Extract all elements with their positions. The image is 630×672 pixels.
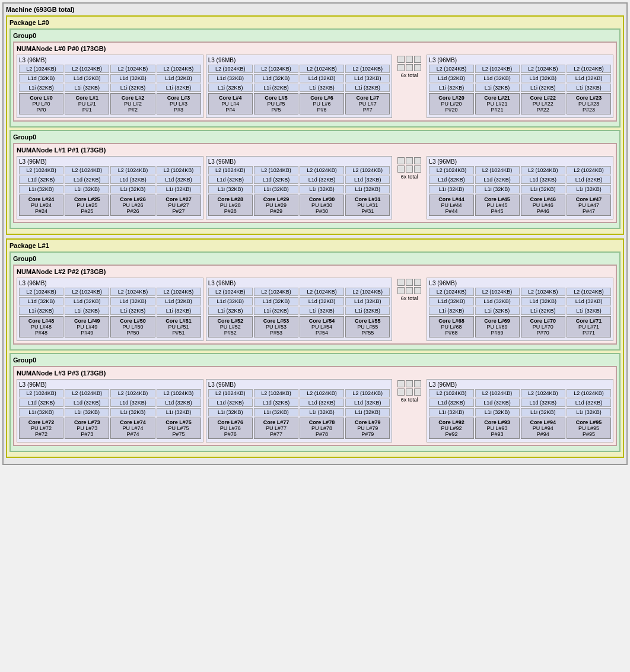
package-1-title: Package L#1 — [9, 242, 621, 249]
core-box: Core L#2PU L#2P#2 — [110, 93, 155, 114]
l1d-cache: L1d (32KB) — [521, 74, 565, 82]
l1d-cache: L1d (32KB) — [19, 74, 63, 82]
l2-cache: L2 (1024KB) — [254, 389, 298, 397]
l1i-cache: L1i (32KB) — [300, 408, 344, 416]
small-box — [414, 279, 421, 286]
l3-left-0-title: L3 (96MB) — [19, 57, 201, 63]
group-1-1-title: Group0 — [13, 356, 617, 364]
l2-cache: L2 (1024KB) — [521, 288, 565, 296]
small-box — [397, 279, 405, 286]
l2-cache: L2 (1024KB) — [300, 389, 344, 397]
six-total-section-1: 6x total — [394, 156, 424, 181]
core-box: Core L#94PU L#94P#94 — [521, 418, 565, 439]
core-box: Core L#46PU L#46P#46 — [521, 195, 565, 216]
l2-cache: L2 (1024KB) — [65, 389, 109, 397]
six-total-label: 6x total — [401, 174, 418, 180]
l1i-cache: L1i (32KB) — [521, 84, 565, 92]
l3-left-2-title: L3 (96MB) — [19, 280, 201, 286]
l1i-cache: L1i (32KB) — [254, 408, 298, 416]
l1i-cache: L1i (32KB) — [19, 185, 63, 193]
l3-right-1-title: L3 (96MB) — [429, 158, 611, 165]
numa-node-2-title: NUMANode L#2 P#2 (173GB) — [17, 268, 613, 275]
l2-cache: L2 (1024KB) — [208, 65, 253, 73]
l1d-cache: L1d (32KB) — [208, 74, 253, 82]
l2-cache: L2 (1024KB) — [65, 65, 109, 73]
l2-cache: L2 (1024KB) — [208, 389, 253, 397]
l3-mid-2-title: L3 (96MB) — [208, 280, 390, 286]
l2-cache: L2 (1024KB) — [110, 166, 155, 174]
core-box: Core L#31PU L#31P#31 — [345, 195, 390, 216]
l1d-cache: L1d (32KB) — [208, 297, 253, 305]
l1d-cache: L1d (32KB) — [475, 176, 520, 184]
l1i-cache: L1i (32KB) — [19, 307, 63, 315]
small-box — [406, 279, 413, 286]
l1i-cache: L1i (32KB) — [429, 307, 473, 315]
l3-right-0-title: L3 (96MB) — [429, 57, 611, 63]
l3-right-2: L3 (96MB) L2 (1024KB) L2 (1024KB) L2 (10… — [427, 278, 613, 341]
l1i-cache: L1i (32KB) — [254, 307, 298, 315]
group-0-1: Group0 NUMANode L#1 P#1 (173GB) L3 (96MB… — [9, 130, 621, 229]
l1i-cache: L1i (32KB) — [65, 185, 109, 193]
small-box — [414, 157, 421, 164]
core-box: Core L#74PU L#74P#74 — [110, 418, 155, 439]
l1i-cache: L1i (32KB) — [208, 84, 253, 92]
small-box — [406, 287, 413, 294]
l1d-cache: L1d (32KB) — [208, 399, 253, 407]
l1i-cache: L1i (32KB) — [345, 84, 390, 92]
l2-cache: L2 (1024KB) — [345, 389, 390, 397]
six-boxes — [397, 56, 421, 71]
l1d-cache: L1d (32KB) — [567, 399, 611, 407]
small-box — [414, 64, 421, 71]
l1i-cache: L1i (32KB) — [345, 185, 390, 193]
l1d-cache: L1d (32KB) — [19, 297, 63, 305]
l1i-cache: L1i (32KB) — [208, 408, 253, 416]
l2-cache: L2 (1024KB) — [208, 288, 253, 296]
l2-cache: L2 (1024KB) — [429, 288, 473, 296]
six-total-section-2: 6x total — [394, 278, 424, 302]
core-box: Core L#79PU L#79P#79 — [345, 418, 390, 439]
l2-cache: L2 (1024KB) — [345, 288, 390, 296]
l1d-cache: L1d (32KB) — [475, 297, 520, 305]
l3-left-0: L3 (96MB) L2 (1024KB) L2 (1024KB) L2 (10… — [17, 55, 203, 118]
small-box — [406, 56, 413, 63]
l1i-cache: L1i (32KB) — [157, 307, 201, 315]
group-1-0: Group0 NUMANode L#2 P#2 (173GB) L3 (96MB… — [9, 251, 621, 351]
six-total-section: 6x total — [394, 55, 424, 79]
l3-mid-2: L3 (96MB) L2 (1024KB) L2 (1024KB) L2 (10… — [206, 278, 393, 341]
core-box: Core L#24PU L#24P#24 — [19, 195, 63, 216]
l2-cache: L2 (1024KB) — [208, 166, 253, 174]
l2-cache: L2 (1024KB) — [429, 389, 473, 397]
l1d-cache: L1d (32KB) — [254, 74, 298, 82]
package-1: Package L#1 Group0 NUMANode L#2 P#2 (173… — [6, 238, 624, 458]
l2-cache: L2 (1024KB) — [567, 166, 611, 174]
l1i-cache: L1i (32KB) — [110, 185, 155, 193]
small-box — [414, 287, 421, 294]
l1d-cache: L1d (32KB) — [300, 399, 344, 407]
core-box: Core L#29PU L#29P#29 — [254, 195, 298, 216]
core-box: Core L#77PU L#77P#77 — [254, 418, 298, 439]
group-1-0-title: Group0 — [13, 255, 617, 262]
l1d-cache: L1d (32KB) — [157, 176, 201, 184]
l3-right-1: L3 (96MB) L2 (1024KB) L2 (1024KB) L2 (10… — [427, 156, 613, 219]
l1d-cache: L1d (32KB) — [65, 297, 109, 305]
small-box — [414, 380, 421, 387]
l1i-cache: L1i (32KB) — [208, 185, 253, 193]
l1i-cache: L1i (32KB) — [19, 408, 63, 416]
core-box: Core L#3PU L#3P#3 — [157, 93, 201, 114]
l1i-cache: L1i (32KB) — [254, 185, 298, 193]
l1d-cache: L1d (32KB) — [19, 399, 63, 407]
small-box — [414, 165, 421, 173]
l2-cache: L2 (1024KB) — [157, 65, 201, 73]
package-0: Package L#0 Group0 NUMANode L#0 P#0 (173… — [6, 15, 624, 235]
l2-cache: L2 (1024KB) — [157, 166, 201, 174]
l2-cache: L2 (1024KB) — [300, 166, 344, 174]
core-box: Core L#72PU L#72P#72 — [19, 418, 63, 439]
l2-cache: L2 (1024KB) — [521, 65, 565, 73]
l2-cache: L2 (1024KB) — [157, 389, 201, 397]
l1i-cache: L1i (32KB) — [345, 408, 390, 416]
l3-mid-3: L3 (96MB) L2 (1024KB) L2 (1024KB) L2 (10… — [206, 379, 393, 442]
l1i-cache: L1i (32KB) — [429, 84, 473, 92]
l2-cache: L2 (1024KB) — [345, 65, 390, 73]
l1d-cache: L1d (32KB) — [157, 74, 201, 82]
l2-cache: L2 (1024KB) — [254, 288, 298, 296]
